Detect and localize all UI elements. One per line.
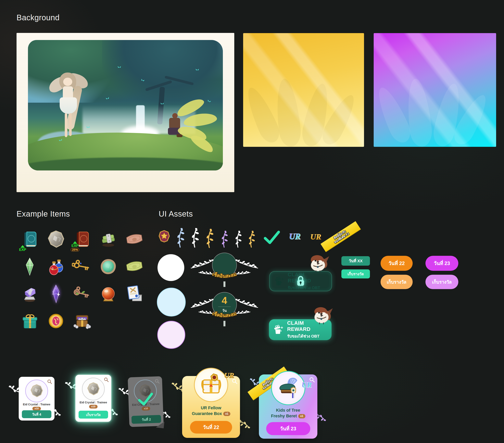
ur-guarantee-box-art bbox=[199, 373, 223, 397]
checkin-wreath-badge-empty: เช็คอินสะสม bbox=[192, 252, 257, 291]
item-icon-jade-geode bbox=[95, 253, 121, 280]
reward-card-day4[interactable]: Eid Crystal : Trainee x10 วันที่ 4 bbox=[19, 377, 54, 421]
item-count-badge: x10 bbox=[89, 405, 98, 408]
gift-icon bbox=[274, 275, 285, 287]
purple-whetstone-art bbox=[19, 284, 40, 304]
item-icon-exp-book-teal: EXP bbox=[17, 226, 43, 253]
leaf-sprig-gold-small-icon bbox=[249, 231, 255, 248]
magnifier-icon[interactable] bbox=[47, 379, 52, 384]
card-item-name: Kids of Tree Freshy Beretx1 bbox=[259, 407, 317, 419]
circle-swatch-blue bbox=[157, 288, 186, 316]
svg-text:UR: UR bbox=[302, 381, 312, 389]
ur-rarity-label-holo: UR bbox=[298, 379, 316, 391]
item-count-badge: x1 bbox=[298, 414, 305, 418]
ur-rarity-label-gold: UR bbox=[306, 230, 325, 243]
reward-card-ur-beret[interactable]: สิทธิ์ลุ้นรับ ของพิเศษ X1 UR bbox=[259, 374, 317, 439]
item-icon-gift-box bbox=[17, 308, 43, 335]
leaf-sprig-gold-icon bbox=[206, 229, 214, 248]
collect-reward-button-purple[interactable]: เก็บรางวัล bbox=[425, 275, 458, 289]
item-count-badge: x10 bbox=[33, 407, 41, 410]
circle-swatch-white bbox=[158, 254, 184, 281]
day-23-button[interactable]: วันที่ 23 bbox=[425, 256, 458, 271]
background-illustration bbox=[17, 33, 234, 192]
card-day-button[interactable]: วันที่ 4 bbox=[22, 410, 51, 418]
reward-card-ur-box[interactable]: UR UR Fellow Guarantee Boxx1 วันที่ 22 bbox=[182, 376, 240, 438]
green-crystal-art bbox=[19, 256, 40, 277]
svg-text:UR: UR bbox=[289, 232, 301, 241]
sparrow-mascot-icon bbox=[311, 305, 333, 325]
special-chance-ribbon: สิทธิ์ลุ้นรับ ของพิเศษ X1 bbox=[325, 224, 357, 250]
item-icon-eid-crystal bbox=[43, 226, 69, 253]
item-icon-red-orb bbox=[95, 280, 121, 308]
item-count-badge: x10 bbox=[142, 406, 150, 410]
exp-bonus-label: 25% bbox=[71, 248, 79, 251]
card-item-name: Eid Crystal : Trainee bbox=[19, 403, 54, 406]
ticket-bronze-art bbox=[124, 229, 145, 250]
reward-card-claimable[interactable]: Eid Crystal : Trainee x10 เก็บรางวัล bbox=[75, 375, 111, 422]
card-day-button[interactable]: วันที่ 22 bbox=[190, 421, 232, 434]
battle-letter-art bbox=[124, 284, 145, 304]
rose-key-art bbox=[72, 284, 92, 304]
section-title-example-items: Example Items bbox=[17, 210, 70, 218]
background-gradient-yellow bbox=[243, 33, 364, 147]
jade-ingot-art bbox=[98, 229, 119, 250]
eid-crystal-art bbox=[46, 229, 66, 250]
item-icon-gold-coin bbox=[43, 308, 69, 335]
day-xx-button[interactable]: วันที่ XX bbox=[341, 256, 370, 266]
item-icon-potion-pair bbox=[43, 253, 69, 280]
exp-arrow-icon bbox=[20, 245, 25, 248]
claim-title: CLAIM REWARD bbox=[288, 271, 328, 284]
item-icon-jade-ingot bbox=[95, 226, 121, 253]
reward-card-claimed[interactable]: Eid Crystal : Trainee x10 วันที่ 2 bbox=[128, 376, 164, 427]
wreath-caption: เช็คอินสะสม bbox=[203, 309, 246, 323]
eid-crystal-art bbox=[29, 383, 44, 399]
item-count-badge: x1 bbox=[223, 412, 230, 416]
svg-text:UR: UR bbox=[310, 232, 321, 241]
card-item-name: Eid Crystal : Trainee bbox=[75, 401, 111, 404]
item-icon-exp-book-red: EXP 25% bbox=[69, 226, 95, 253]
item-icon-rose-key bbox=[69, 280, 95, 308]
magnifier-icon[interactable] bbox=[104, 377, 109, 382]
freshy-beret-art bbox=[277, 376, 300, 400]
exp-badge-label: EXP bbox=[17, 248, 28, 251]
claim-reward-button-locked[interactable]: CLAIM REWARD รับของได้ช่วง OBT bbox=[269, 271, 332, 291]
foreground-leaves bbox=[172, 100, 221, 153]
card-collect-button[interactable]: เก็บรางวัล bbox=[79, 411, 108, 419]
item-image-ring bbox=[82, 378, 105, 401]
magnifier-icon[interactable] bbox=[155, 379, 160, 384]
leaf-sprig-white-small-icon bbox=[235, 231, 242, 248]
checkin-wreath-badge-day4: 4 วัน เช็คอินสะสม bbox=[192, 291, 257, 331]
item-icon-purple-whetstone bbox=[17, 280, 43, 308]
asset-sheet-page: Background bbox=[0, 0, 504, 443]
claim-subtitle: รับของได้ช่วง OBT bbox=[288, 285, 328, 291]
svg-text:UR: UR bbox=[224, 371, 234, 379]
exp-badge-label: EXP bbox=[69, 244, 81, 248]
claimed-checkmark-icon bbox=[137, 392, 154, 407]
potion-pair-art bbox=[46, 256, 66, 277]
item-icon-gold-key bbox=[69, 253, 95, 280]
item-icon-ticket-bronze bbox=[121, 226, 147, 253]
svg-text:เช็คอินสะสม: เช็คอินสะสม bbox=[212, 271, 237, 279]
leaf-sprig-purple-small-icon bbox=[221, 231, 228, 248]
sparrow-mascot-icon bbox=[308, 253, 329, 273]
purple-shard-art bbox=[46, 284, 66, 304]
gift-box-art bbox=[19, 311, 40, 331]
svg-text:เช็คอินสะสม: เช็คอินสะสม bbox=[212, 310, 237, 318]
gift-icon bbox=[273, 324, 284, 335]
exp-badge: EXP bbox=[17, 245, 28, 251]
card-day-button[interactable]: วันที่ 23 bbox=[266, 422, 310, 435]
rank-shield-badge-icon bbox=[159, 230, 170, 242]
lock-icon bbox=[295, 274, 306, 287]
card-day-button[interactable]: วันที่ 2 bbox=[131, 415, 161, 424]
collect-reward-button-teal[interactable]: เก็บรางวัล bbox=[341, 270, 370, 278]
ur-rarity-label-holo: UR bbox=[285, 229, 305, 243]
item-icon-purple-shard bbox=[43, 280, 69, 308]
section-title-ui-assets: UI Assets bbox=[159, 210, 193, 218]
forest-scene-art bbox=[28, 40, 223, 171]
item-icon-ticket-green bbox=[121, 253, 147, 280]
day-22-button[interactable]: วันที่ 22 bbox=[380, 256, 413, 271]
eid-crystal-art bbox=[86, 381, 101, 397]
leaf-sprig-blue-icon bbox=[177, 228, 185, 248]
collect-reward-button-orange[interactable]: เก็บรางวัล bbox=[380, 275, 413, 289]
ticket-green-art bbox=[124, 256, 145, 277]
